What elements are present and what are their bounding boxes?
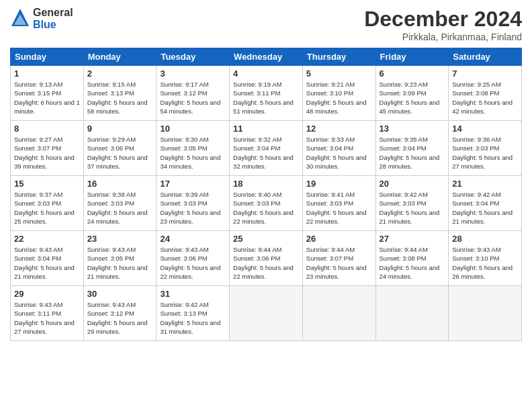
calendar-cell: 10 Sunrise: 9:30 AMSunset: 3:05 PMDaylig… [157,121,230,176]
calendar-cell: 18 Sunrise: 9:40 AMSunset: 3:03 PMDaylig… [230,176,303,231]
calendar-cell: 3 Sunrise: 9:17 AMSunset: 3:12 PMDayligh… [157,66,230,121]
cell-info: Sunrise: 9:23 AMSunset: 3:09 PMDaylight:… [380,81,440,115]
calendar-cell: 11 Sunrise: 9:32 AMSunset: 3:04 PMDaylig… [230,121,303,176]
calendar-cell: 15 Sunrise: 9:37 AMSunset: 3:03 PMDaylig… [11,176,84,231]
day-number: 1 [14,68,80,79]
day-number: 6 [380,68,445,79]
day-number: 29 [14,289,80,299]
day-number: 3 [160,68,226,79]
day-number: 27 [380,234,445,244]
day-number: 13 [380,124,445,134]
header: General Blue December 2024 Pirkkala, Pir… [10,7,522,42]
calendar-cell: 30 Sunrise: 9:43 AMSunset: 3:12 PMDaylig… [83,286,157,341]
logo-text: General Blue [33,7,73,31]
cell-info: Sunrise: 9:32 AMSunset: 3:04 PMDaylight:… [233,136,294,170]
cell-info: Sunrise: 9:42 AMSunset: 3:03 PMDaylight:… [380,191,440,225]
logo: General Blue [10,7,73,31]
day-number: 30 [87,289,153,299]
cell-info: Sunrise: 9:27 AMSunset: 3:07 PMDaylight:… [14,136,75,170]
calendar-cell [230,286,303,341]
col-friday: Friday [375,48,449,66]
col-thursday: Thursday [302,48,375,66]
title-section: December 2024 Pirkkala, Pirkanmaa, Finla… [364,7,522,42]
month-title: December 2024 [364,7,522,32]
calendar-cell: 1 Sunrise: 9:13 AMSunset: 3:15 PMDayligh… [11,66,84,121]
calendar-week-4: 22 Sunrise: 9:43 AMSunset: 3:04 PMDaylig… [11,231,522,286]
cell-info: Sunrise: 9:39 AMSunset: 3:03 PMDaylight:… [160,191,220,225]
calendar-cell: 29 Sunrise: 9:43 AMSunset: 3:11 PMDaylig… [11,286,84,341]
calendar-cell: 8 Sunrise: 9:27 AMSunset: 3:07 PMDayligh… [11,121,84,176]
logo-general: General [33,7,73,18]
day-number: 20 [380,179,445,189]
cell-info: Sunrise: 9:33 AMSunset: 3:04 PMDaylight:… [306,136,367,170]
cell-info: Sunrise: 9:40 AMSunset: 3:03 PMDaylight:… [233,191,294,225]
cell-info: Sunrise: 9:44 AMSunset: 3:07 PMDaylight:… [306,246,367,280]
calendar-week-1: 1 Sunrise: 9:13 AMSunset: 3:15 PMDayligh… [11,66,522,121]
calendar-cell: 16 Sunrise: 9:38 AMSunset: 3:03 PMDaylig… [83,176,157,231]
day-number: 14 [452,124,518,134]
calendar-cell: 28 Sunrise: 9:43 AMSunset: 3:10 PMDaylig… [449,231,522,286]
day-number: 18 [233,179,299,189]
calendar-cell: 23 Sunrise: 9:43 AMSunset: 3:05 PMDaylig… [83,231,157,286]
cell-info: Sunrise: 9:42 AMSunset: 3:13 PMDaylight:… [160,301,220,335]
cell-info: Sunrise: 9:37 AMSunset: 3:03 PMDaylight:… [14,191,75,225]
calendar-cell [302,286,375,341]
calendar-cell: 27 Sunrise: 9:44 AMSunset: 3:08 PMDaylig… [375,231,449,286]
day-number: 8 [14,124,80,134]
calendar-cell: 26 Sunrise: 9:44 AMSunset: 3:07 PMDaylig… [302,231,375,286]
calendar-cell [375,286,449,341]
col-wednesday: Wednesday [230,48,303,66]
calendar-cell: 12 Sunrise: 9:33 AMSunset: 3:04 PMDaylig… [302,121,375,176]
day-number: 16 [87,179,153,189]
calendar-cell: 19 Sunrise: 9:41 AMSunset: 3:03 PMDaylig… [302,176,375,231]
calendar-cell: 13 Sunrise: 9:35 AMSunset: 3:04 PMDaylig… [375,121,449,176]
calendar-cell: 24 Sunrise: 9:43 AMSunset: 3:06 PMDaylig… [157,231,230,286]
calendar-week-3: 15 Sunrise: 9:37 AMSunset: 3:03 PMDaylig… [11,176,522,231]
cell-info: Sunrise: 9:43 AMSunset: 3:11 PMDaylight:… [14,301,75,335]
cell-info: Sunrise: 9:43 AMSunset: 3:10 PMDaylight:… [452,246,513,280]
calendar-week-5: 29 Sunrise: 9:43 AMSunset: 3:11 PMDaylig… [11,286,522,341]
cell-info: Sunrise: 9:44 AMSunset: 3:06 PMDaylight:… [233,246,294,280]
page-container: General Blue December 2024 Pirkkala, Pir… [0,0,532,348]
day-number: 22 [14,234,80,244]
calendar-cell: 17 Sunrise: 9:39 AMSunset: 3:03 PMDaylig… [157,176,230,231]
day-number: 2 [87,68,153,79]
cell-info: Sunrise: 9:42 AMSunset: 3:04 PMDaylight:… [452,191,513,225]
calendar-cell: 20 Sunrise: 9:42 AMSunset: 3:03 PMDaylig… [375,176,449,231]
day-number: 26 [306,234,372,244]
day-number: 25 [233,234,299,244]
calendar-cell [449,286,522,341]
day-number: 10 [160,124,226,134]
col-sunday: Sunday [11,48,84,66]
calendar-cell: 14 Sunrise: 9:36 AMSunset: 3:03 PMDaylig… [449,121,522,176]
day-number: 11 [233,124,299,134]
cell-info: Sunrise: 9:29 AMSunset: 3:06 PMDaylight:… [87,136,148,170]
calendar-cell: 4 Sunrise: 9:19 AMSunset: 3:11 PMDayligh… [230,66,303,121]
col-tuesday: Tuesday [157,48,230,66]
calendar-cell: 6 Sunrise: 9:23 AMSunset: 3:09 PMDayligh… [375,66,449,121]
calendar-cell: 5 Sunrise: 9:21 AMSunset: 3:10 PMDayligh… [302,66,375,121]
cell-info: Sunrise: 9:43 AMSunset: 3:06 PMDaylight:… [160,246,220,280]
cell-info: Sunrise: 9:30 AMSunset: 3:05 PMDaylight:… [160,136,220,170]
header-row: Sunday Monday Tuesday Wednesday Thursday… [11,48,522,66]
cell-info: Sunrise: 9:25 AMSunset: 3:08 PMDaylight:… [452,81,513,115]
day-number: 7 [452,68,518,79]
cell-info: Sunrise: 9:43 AMSunset: 3:04 PMDaylight:… [14,246,75,280]
day-number: 17 [160,179,226,189]
calendar-cell: 22 Sunrise: 9:43 AMSunset: 3:04 PMDaylig… [11,231,84,286]
day-number: 4 [233,68,299,79]
cell-info: Sunrise: 9:36 AMSunset: 3:03 PMDaylight:… [452,136,513,170]
cell-info: Sunrise: 9:19 AMSunset: 3:11 PMDaylight:… [233,81,294,115]
logo-blue: Blue [33,19,56,30]
cell-info: Sunrise: 9:35 AMSunset: 3:04 PMDaylight:… [380,136,440,170]
col-saturday: Saturday [449,48,522,66]
logo-icon [10,7,30,31]
cell-info: Sunrise: 9:41 AMSunset: 3:03 PMDaylight:… [306,191,367,225]
col-monday: Monday [83,48,157,66]
cell-info: Sunrise: 9:44 AMSunset: 3:08 PMDaylight:… [380,246,440,280]
calendar-cell: 25 Sunrise: 9:44 AMSunset: 3:06 PMDaylig… [230,231,303,286]
day-number: 24 [160,234,226,244]
day-number: 19 [306,179,372,189]
calendar-cell: 9 Sunrise: 9:29 AMSunset: 3:06 PMDayligh… [83,121,157,176]
day-number: 28 [452,234,518,244]
